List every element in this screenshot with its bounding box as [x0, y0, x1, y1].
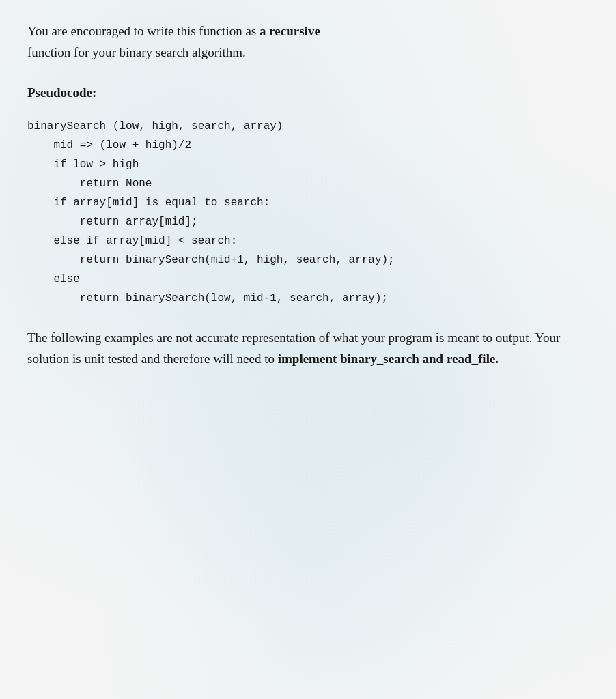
- pseudocode-colon: :: [92, 85, 96, 100]
- pseudocode-heading: Pseudocode:: [27, 83, 589, 103]
- pseudocode-label-text: Pseudocode: [27, 85, 92, 100]
- outro-paragraph: The following examples are not accurate …: [27, 327, 589, 370]
- intro-paragraph: You are encouraged to write this functio…: [27, 20, 589, 63]
- intro-bold-text: a recursive: [260, 24, 320, 38]
- outro-bold-readfile: and read_file.: [423, 352, 499, 366]
- outro-bold-implement: implement binary_search: [278, 352, 419, 366]
- page-content: You are encouraged to write this functio…: [27, 20, 589, 370]
- pseudocode-block: binarySearch (low, high, search, array) …: [27, 117, 589, 308]
